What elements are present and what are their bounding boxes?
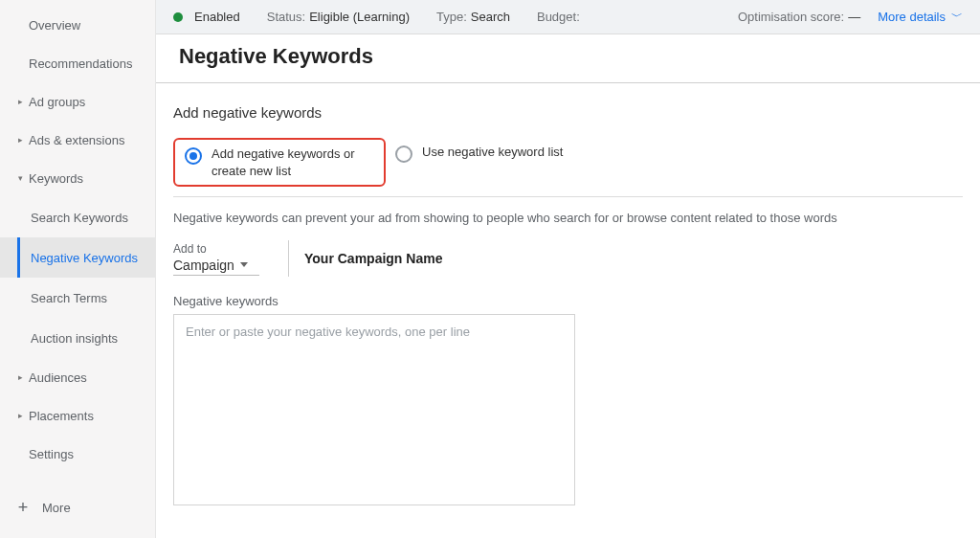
radio-label: Use negative keyword list	[422, 144, 563, 161]
more-details-label: More details	[878, 10, 946, 24]
sidebar: Overview Recommendations ▸ Ad groups ▸ A…	[0, 0, 156, 538]
sidebar-more[interactable]: + More	[0, 488, 155, 527]
caret-right-icon: ▸	[15, 97, 25, 106]
sidebar-item-recommendations[interactable]: Recommendations	[0, 44, 155, 82]
page-title-wrap: Negative Keywords	[156, 34, 980, 83]
sidebar-item-placements[interactable]: ▸ Placements	[0, 396, 155, 435]
sidebar-item-label: Placements	[29, 409, 94, 423]
sidebar-subitem-auction-insights[interactable]: Auction insights	[0, 318, 155, 358]
radio-group: Add negative keywords or create new list…	[173, 138, 963, 197]
sidebar-item-keywords[interactable]: ▾ Keywords	[0, 159, 155, 197]
top-bar: Enabled Status: Eligible (Learning) Type…	[156, 0, 980, 34]
enabled-label: Enabled	[194, 10, 240, 24]
add-to-select[interactable]: Campaign	[173, 258, 259, 276]
sidebar-item-audiences[interactable]: ▸ Audiences	[0, 358, 155, 396]
plus-icon: +	[15, 498, 31, 518]
section-heading: Add negative keywords	[173, 104, 963, 121]
page-title: Negative Keywords	[179, 44, 957, 69]
sidebar-item-settings[interactable]: Settings	[0, 435, 155, 473]
status-label: Status:	[267, 10, 305, 24]
sidebar-item-label: Ads & extensions	[29, 133, 124, 147]
negative-keywords-textarea[interactable]	[173, 314, 575, 505]
opt-score-label: Optimisation score:	[738, 10, 844, 24]
sidebar-item-overview[interactable]: Overview	[0, 6, 155, 44]
add-to-column: Add to Campaign	[173, 242, 259, 276]
sidebar-item-label: Auction insights	[31, 331, 118, 346]
sidebar-item-label: Negative Keywords	[31, 251, 138, 265]
caret-down-icon	[240, 262, 248, 267]
caret-down-icon: ▾	[15, 173, 25, 183]
sidebar-item-label: Keywords	[29, 171, 83, 186]
helper-text: Negative keywords can prevent your ad fr…	[173, 211, 963, 225]
sidebar-item-label: Settings	[29, 447, 74, 461]
status-dot-icon	[173, 12, 183, 22]
sidebar-item-label: Search Keywords	[31, 211, 128, 225]
add-to-label: Add to	[173, 242, 259, 256]
type-label: Type:	[436, 10, 467, 24]
budget-label: Budget:	[537, 10, 580, 24]
type-kv: Type: Search	[436, 10, 510, 24]
sidebar-item-label: Recommendations	[29, 56, 132, 71]
caret-right-icon: ▸	[15, 135, 25, 145]
type-value: Search	[471, 10, 510, 24]
negative-keywords-label: Negative keywords	[173, 294, 963, 308]
enabled-status: Enabled	[190, 10, 240, 24]
sidebar-subitem-search-keywords[interactable]: Search Keywords	[0, 197, 155, 237]
caret-right-icon: ▸	[15, 411, 25, 420]
sidebar-item-label: Ad groups	[29, 95, 85, 109]
status-value: Eligible (Learning)	[309, 10, 410, 24]
sidebar-item-ad-groups[interactable]: ▸ Ad groups	[0, 82, 155, 121]
highlight-box: Add negative keywords or create new list	[173, 138, 386, 187]
radio-unselected-icon	[395, 146, 412, 163]
opt-score-kv: Optimisation score: —	[738, 10, 860, 24]
campaign-name: Your Campaign Name	[304, 251, 442, 266]
vertical-divider	[288, 240, 289, 277]
radio-option-add-new[interactable]: Add negative keywords or create new list	[185, 146, 374, 179]
opt-score-value: —	[848, 10, 860, 24]
more-details-link[interactable]: More details ﹀	[878, 9, 963, 25]
add-to-value: Campaign	[173, 258, 234, 273]
sidebar-item-label: Audiences	[29, 370, 87, 385]
sidebar-item-label: Overview	[29, 18, 80, 33]
sidebar-item-label: Search Terms	[31, 291, 107, 305]
radio-option-use-list[interactable]: Use negative keyword list	[395, 138, 563, 163]
radio-label: Add negative keywords or create new list	[212, 146, 374, 179]
budget-kv: Budget:	[537, 10, 584, 24]
chevron-down-icon: ﹀	[951, 9, 963, 25]
sidebar-subitem-search-terms[interactable]: Search Terms	[0, 278, 155, 318]
sidebar-subitem-negative-keywords[interactable]: Negative Keywords	[0, 237, 155, 278]
caret-right-icon: ▸	[15, 372, 25, 382]
main-area: Enabled Status: Eligible (Learning) Type…	[156, 0, 980, 538]
content-area: Add negative keywords Add negative keywo…	[156, 83, 980, 538]
radio-selected-icon	[185, 147, 202, 165]
add-to-row: Add to Campaign Your Campaign Name	[173, 240, 963, 277]
sidebar-more-label: More	[42, 501, 71, 515]
sidebar-item-ads-extensions[interactable]: ▸ Ads & extensions	[0, 121, 155, 159]
status-kv: Status: Eligible (Learning)	[267, 10, 410, 24]
